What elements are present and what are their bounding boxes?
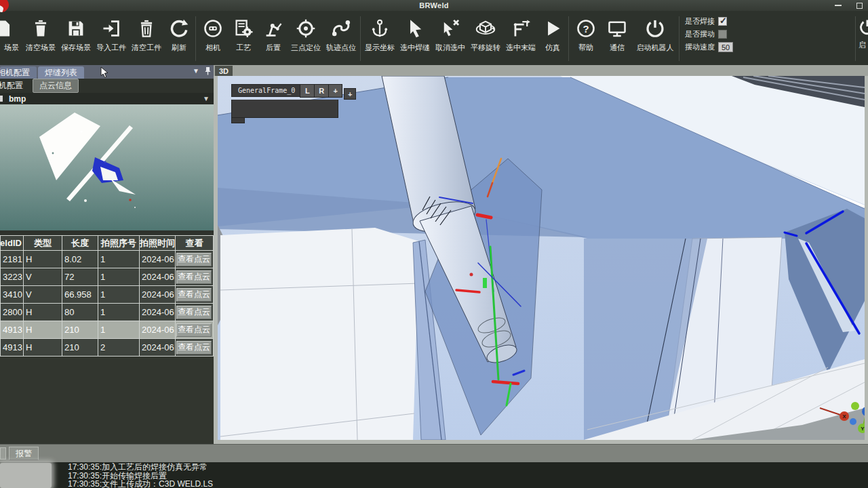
toolbar-start-robot-button[interactable]: 启动机器人: [633, 14, 677, 65]
view-pointcloud-button[interactable]: 查看点云: [176, 341, 212, 354]
tab-weld-list[interactable]: 焊缝列表: [38, 66, 84, 79]
frame-right-button[interactable]: R: [314, 84, 328, 98]
toolbar-process-button[interactable]: 工艺: [229, 14, 258, 65]
toolbar-scene-button[interactable]: 场景: [0, 14, 23, 65]
cell-photo-no: 1: [98, 286, 140, 304]
viewport-3d: 3D: [214, 65, 868, 444]
view-pointcloud-button[interactable]: 查看点云: [176, 288, 212, 302]
cell-weldid: 3223: [1, 268, 24, 286]
weave-speed-input[interactable]: [718, 42, 733, 52]
toolbar-select-end-button[interactable]: 选中末端: [503, 14, 538, 65]
view-pointcloud-button[interactable]: 查看点云: [176, 270, 212, 284]
cell-photo-no: 2: [98, 339, 140, 357]
cursor-x-icon: [440, 18, 460, 39]
cell-view: 查看点云: [176, 321, 214, 339]
weld-checkbox[interactable]: [718, 17, 727, 26]
minimize-button[interactable]: [835, 5, 842, 6]
frame-panel-body: [231, 100, 338, 118]
toolbar-import-part-button[interactable]: 导入工件: [94, 14, 129, 65]
left-panel-tabbar: 相机配置 焊缝列表 ▼: [0, 65, 214, 79]
tree-expand-icon: [0, 96, 3, 102]
cell-view: 查看点云: [176, 339, 214, 357]
cell-weldid: 4913: [1, 321, 24, 339]
tree-item-bmp[interactable]: bmp ▼: [0, 93, 214, 104]
cell-length: 8.02: [62, 251, 98, 268]
toolbar-camera-button[interactable]: 相机: [197, 14, 229, 65]
panel-dropdown-icon[interactable]: ▼: [193, 67, 199, 75]
toolbar-refresh-button[interactable]: 刷新: [164, 14, 194, 65]
gizmo-dot-blue: [850, 418, 856, 425]
cursor-icon: [405, 18, 425, 39]
toolbar-divider: [568, 16, 569, 61]
cell-type: V: [24, 286, 62, 304]
toolbar-select-weld-button[interactable]: 选中焊缝: [397, 14, 433, 65]
view-pointcloud-button[interactable]: 查看点云: [176, 323, 212, 337]
weld-table-row[interactable]: 2181H8.0212024-06查看点云: [1, 251, 214, 268]
bmp-dropdown-icon[interactable]: ▼: [203, 95, 210, 102]
weld-table-row[interactable]: 3223V7212024-06查看点云: [1, 268, 214, 286]
view-pointcloud-button[interactable]: 查看点云: [176, 253, 212, 266]
log-line: 17:30:35:文件上传成功：C3D WELD.LS: [68, 480, 868, 488]
toolbar-show-coords-button[interactable]: 显示坐标: [362, 14, 397, 65]
structure-white-wall: [220, 228, 419, 440]
view-pointcloud-button[interactable]: 查看点云: [176, 306, 212, 319]
frame-add-button[interactable]: +: [328, 84, 342, 98]
toolbar-partial-right-button[interactable]: 启: [857, 14, 868, 65]
col-length: 长度: [62, 236, 98, 251]
pointcloud-preview[interactable]: [0, 104, 214, 230]
weld-option-label: 是否焊接: [685, 16, 715, 26]
toolbar-track-points-button[interactable]: 轨迹点位: [323, 14, 359, 65]
scene-icon: [0, 18, 14, 39]
svg-text:Y: Y: [861, 426, 865, 432]
frame-left-button[interactable]: L: [300, 84, 314, 98]
trash-icon: [136, 18, 157, 39]
weld-table-row[interactable]: 4913H21012024-06查看点云: [1, 321, 214, 339]
toolbar-clear-part-button[interactable]: 清空工件: [129, 14, 164, 65]
viewport-tabstrip: 3D: [214, 65, 868, 76]
left-panel-subtabs: 相机配置 点云信息: [0, 79, 214, 93]
pin-icon[interactable]: [205, 66, 211, 75]
cell-type: H: [24, 321, 62, 339]
tab-3d[interactable]: 3D: [215, 66, 233, 76]
log-area: 17:30:35:加入工艺后的焊接仿真无异常17:30:35:开始传输焊接后置1…: [0, 462, 868, 488]
svg-text:X: X: [842, 413, 846, 420]
toolbar-pan-rotate-button[interactable]: 平移旋转: [468, 14, 503, 65]
trash-icon: [31, 18, 51, 39]
scene-canvas[interactable]: X Z Y: [218, 76, 865, 440]
weave-checkbox[interactable]: [718, 30, 727, 39]
cube-rotate-icon: [475, 18, 496, 39]
subtab-pointcloud-info[interactable]: 点云信息: [33, 79, 79, 93]
tab-info-fragment[interactable]: [0, 447, 6, 460]
end-effector-icon: [511, 18, 531, 39]
toolbar-post-button[interactable]: 后置: [258, 14, 288, 65]
toolbar-divider: [195, 16, 196, 61]
tab-alarm[interactable]: 报警: [9, 447, 39, 460]
tab-camera-config[interactable]: 相机配置: [0, 66, 37, 79]
subtab-camera-config[interactable]: 相机配置: [0, 79, 28, 92]
toolbar-deselect-button[interactable]: 取消选中: [433, 14, 468, 65]
toolbar-three-point-button[interactable]: 三点定位: [288, 14, 323, 65]
cell-length: 66.958: [62, 286, 98, 304]
cell-photo-time: 2024-06: [140, 251, 176, 268]
toolbar-help-button[interactable]: ? 帮助: [570, 14, 601, 65]
toolbar-divider: [679, 16, 679, 61]
cell-weldid: 3410: [1, 286, 24, 304]
main-toolbar: 场景 清空场景 保存场景 导入工件 清空工件 刷新 相机 工艺 后置 三点定位 …: [0, 11, 868, 65]
cell-photo-time: 2024-06: [140, 268, 176, 286]
weld-table-row[interactable]: 4913H21022024-06查看点云: [1, 339, 214, 357]
process-gear-icon: [233, 18, 254, 39]
toolbar-comm-button[interactable]: 通信: [601, 14, 633, 65]
cell-length: 210: [62, 321, 98, 339]
cell-photo-time: 2024-06: [140, 304, 176, 321]
toolbar-clear-scene-button[interactable]: 清空场景: [23, 14, 58, 65]
frame-add2-button[interactable]: +: [344, 88, 356, 100]
weld-table-row[interactable]: 2800H8012024-06查看点云: [1, 304, 214, 321]
robot-arm-icon: [263, 18, 283, 39]
help-icon: ?: [576, 18, 596, 39]
toolbar-save-scene-button[interactable]: 保存场景: [58, 14, 94, 65]
maximize-button[interactable]: [856, 3, 863, 9]
weld-table-row[interactable]: 3410V66.95812024-06查看点云: [1, 286, 214, 304]
camera-icon: [203, 18, 223, 39]
frame-name-label: GeneralFrame_0: [231, 84, 300, 97]
toolbar-simulate-button[interactable]: 仿真: [538, 14, 567, 65]
